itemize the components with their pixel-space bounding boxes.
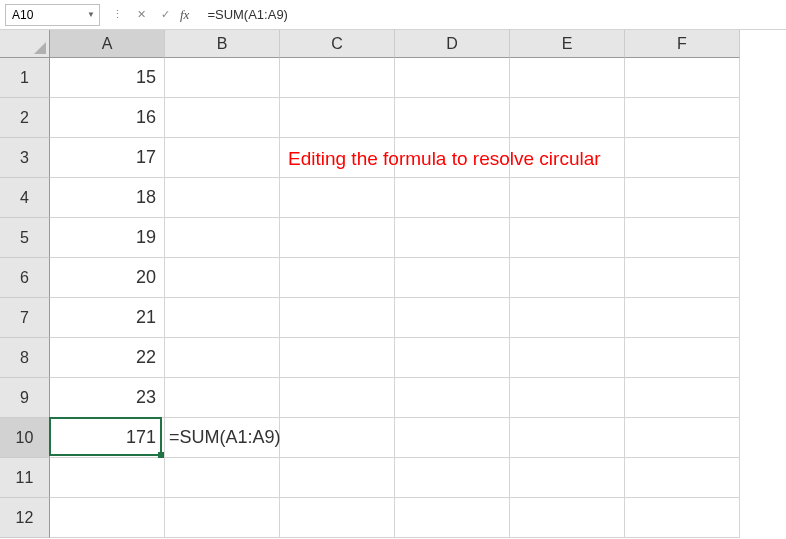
- cell-a10[interactable]: 171: [50, 418, 165, 458]
- cell-e4[interactable]: [510, 178, 625, 218]
- cell-d8[interactable]: [395, 338, 510, 378]
- cell-d4[interactable]: [395, 178, 510, 218]
- cell-b6[interactable]: [165, 258, 280, 298]
- cell-d11[interactable]: [395, 458, 510, 498]
- row-header-10[interactable]: 10: [0, 418, 50, 458]
- cell-e2[interactable]: [510, 98, 625, 138]
- cell-f6[interactable]: [625, 258, 740, 298]
- cell-f9[interactable]: [625, 378, 740, 418]
- cell-c8[interactable]: [280, 338, 395, 378]
- cancel-icon[interactable]: ✕: [132, 6, 150, 24]
- annotation-text: Editing the formula to resolve circular: [288, 148, 601, 170]
- cell-e6[interactable]: [510, 258, 625, 298]
- cell-f3[interactable]: [625, 138, 740, 178]
- cell-b7[interactable]: [165, 298, 280, 338]
- cell-b8[interactable]: [165, 338, 280, 378]
- cell-e9[interactable]: [510, 378, 625, 418]
- col-header-d[interactable]: D: [395, 30, 510, 58]
- row-header-6[interactable]: 6: [0, 258, 50, 298]
- enter-icon[interactable]: ✓: [156, 6, 174, 24]
- row-header-4[interactable]: 4: [0, 178, 50, 218]
- cell-d1[interactable]: [395, 58, 510, 98]
- divider-icon: ⋮: [108, 6, 126, 24]
- cell-c4[interactable]: [280, 178, 395, 218]
- cell-c12[interactable]: [280, 498, 395, 538]
- name-box-dropdown-icon[interactable]: ▼: [87, 10, 95, 19]
- cell-a4[interactable]: 18: [50, 178, 165, 218]
- col-header-b[interactable]: B: [165, 30, 280, 58]
- cell-f2[interactable]: [625, 98, 740, 138]
- formula-bar: A10 ▼ ⋮ ✕ ✓ fx: [0, 0, 786, 30]
- cell-a1[interactable]: 15: [50, 58, 165, 98]
- row-header-8[interactable]: 8: [0, 338, 50, 378]
- cell-a11[interactable]: [50, 458, 165, 498]
- col-header-f[interactable]: F: [625, 30, 740, 58]
- cell-a12[interactable]: [50, 498, 165, 538]
- row-header-11[interactable]: 11: [0, 458, 50, 498]
- cell-c10[interactable]: [280, 418, 395, 458]
- cell-b5[interactable]: [165, 218, 280, 258]
- row-header-1[interactable]: 1: [0, 58, 50, 98]
- cell-c7[interactable]: [280, 298, 395, 338]
- cell-c1[interactable]: [280, 58, 395, 98]
- row-header-3[interactable]: 3: [0, 138, 50, 178]
- cell-e5[interactable]: [510, 218, 625, 258]
- cell-b9[interactable]: [165, 378, 280, 418]
- name-box[interactable]: A10 ▼: [5, 4, 100, 26]
- cell-f12[interactable]: [625, 498, 740, 538]
- column-headers: A B C D E F: [50, 30, 740, 58]
- cell-a3[interactable]: 17: [50, 138, 165, 178]
- cell-f11[interactable]: [625, 458, 740, 498]
- cell-f1[interactable]: [625, 58, 740, 98]
- cell-e11[interactable]: [510, 458, 625, 498]
- cell-c11[interactable]: [280, 458, 395, 498]
- cell-b3[interactable]: [165, 138, 280, 178]
- col-header-e[interactable]: E: [510, 30, 625, 58]
- cell-b12[interactable]: [165, 498, 280, 538]
- cell-d12[interactable]: [395, 498, 510, 538]
- cell-c5[interactable]: [280, 218, 395, 258]
- row-header-5[interactable]: 5: [0, 218, 50, 258]
- cell-e7[interactable]: [510, 298, 625, 338]
- cell-d7[interactable]: [395, 298, 510, 338]
- cell-e1[interactable]: [510, 58, 625, 98]
- cell-b1[interactable]: [165, 58, 280, 98]
- cell-d10[interactable]: [395, 418, 510, 458]
- row-header-7[interactable]: 7: [0, 298, 50, 338]
- cell-b2[interactable]: [165, 98, 280, 138]
- cell-a5[interactable]: 19: [50, 218, 165, 258]
- row-header-9[interactable]: 9: [0, 378, 50, 418]
- fx-icon[interactable]: fx: [180, 7, 189, 23]
- sheet-area: A B C D E F 1 2 3 4 5 6 7 8 9 10 11 12: [0, 30, 786, 539]
- cell-e8[interactable]: [510, 338, 625, 378]
- cell-d9[interactable]: [395, 378, 510, 418]
- cell-a2[interactable]: 16: [50, 98, 165, 138]
- cell-a8[interactable]: 22: [50, 338, 165, 378]
- col-header-c[interactable]: C: [280, 30, 395, 58]
- cell-d2[interactable]: [395, 98, 510, 138]
- cell-f8[interactable]: [625, 338, 740, 378]
- cell-f7[interactable]: [625, 298, 740, 338]
- col-header-a[interactable]: A: [50, 30, 165, 58]
- select-all-corner[interactable]: [0, 30, 50, 58]
- cell-c2[interactable]: [280, 98, 395, 138]
- cell-f5[interactable]: [625, 218, 740, 258]
- cell-d5[interactable]: [395, 218, 510, 258]
- cell-e12[interactable]: [510, 498, 625, 538]
- cell-a9[interactable]: 23: [50, 378, 165, 418]
- cells-grid: 15 16 17: [50, 58, 740, 538]
- formula-input[interactable]: [197, 4, 781, 26]
- cell-f10[interactable]: [625, 418, 740, 458]
- cell-c6[interactable]: [280, 258, 395, 298]
- cell-b4[interactable]: [165, 178, 280, 218]
- cell-b11[interactable]: [165, 458, 280, 498]
- cell-c9[interactable]: [280, 378, 395, 418]
- row-header-2[interactable]: 2: [0, 98, 50, 138]
- cell-e10[interactable]: [510, 418, 625, 458]
- formula-bar-controls: ⋮ ✕ ✓ fx: [104, 6, 193, 24]
- cell-d6[interactable]: [395, 258, 510, 298]
- cell-a7[interactable]: 21: [50, 298, 165, 338]
- cell-a6[interactable]: 20: [50, 258, 165, 298]
- row-header-12[interactable]: 12: [0, 498, 50, 538]
- cell-f4[interactable]: [625, 178, 740, 218]
